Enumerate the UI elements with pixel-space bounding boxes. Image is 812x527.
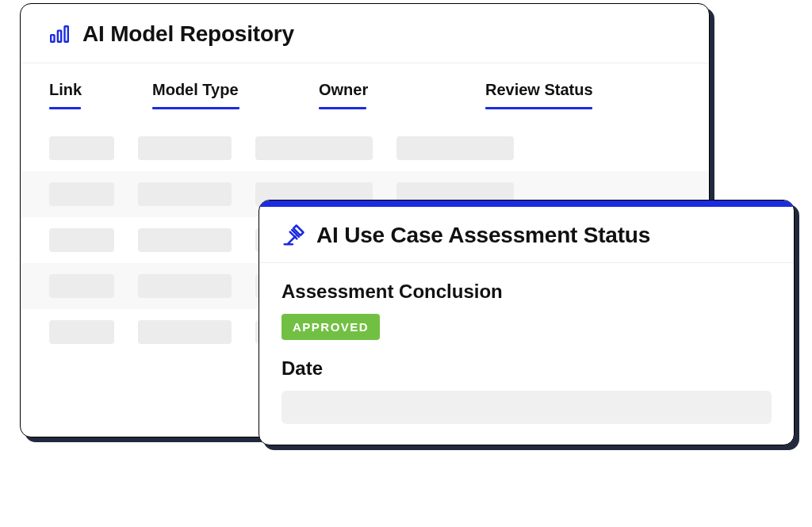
cell-review-status-placeholder: [396, 136, 514, 160]
assessment-conclusion-label: Assessment Conclusion: [282, 281, 772, 303]
assessment-body: Assessment Conclusion APPROVED Date: [259, 263, 794, 445]
bar-chart-icon: [49, 24, 70, 44]
assessment-status-card: AI Use Case Assessment Status Assessment…: [259, 200, 795, 445]
assessment-title: AI Use Case Assessment Status: [316, 223, 650, 248]
repository-title: AI Model Repository: [82, 21, 294, 47]
col-owner-label: Owner: [319, 81, 462, 107]
col-underline: [319, 107, 366, 109]
assessment-date-label: Date: [282, 357, 772, 380]
cell-model-type-placeholder: [138, 136, 232, 160]
gavel-icon: [282, 223, 305, 247]
cell-model-type-placeholder: [138, 274, 232, 298]
col-review-status[interactable]: Review Status: [485, 81, 652, 109]
svg-rect-1: [58, 31, 61, 42]
cell-link-placeholder: [49, 320, 114, 344]
cell-model-type-placeholder: [138, 182, 232, 206]
svg-rect-0: [51, 35, 54, 42]
cell-model-type-placeholder: [138, 228, 232, 252]
assessment-date-field[interactable]: [282, 391, 772, 424]
cell-link-placeholder: [49, 136, 114, 160]
col-link[interactable]: Link: [49, 81, 128, 109]
cell-owner-placeholder: [255, 136, 373, 160]
repository-header: AI Model Repository: [21, 4, 709, 63]
assessment-header: AI Use Case Assessment Status: [259, 207, 794, 263]
svg-rect-2: [65, 26, 68, 42]
cell-link-placeholder: [49, 274, 114, 298]
col-underline: [485, 107, 592, 109]
col-underline: [152, 107, 239, 109]
cell-link-placeholder: [49, 182, 114, 206]
col-owner[interactable]: Owner: [319, 81, 462, 109]
col-link-label: Link: [49, 81, 128, 107]
col-underline: [49, 107, 81, 109]
table-row[interactable]: [21, 125, 709, 171]
col-model-type[interactable]: Model Type: [152, 81, 295, 109]
cell-link-placeholder: [49, 228, 114, 252]
cell-model-type-placeholder: [138, 320, 232, 344]
accent-topbar: [259, 200, 794, 207]
status-badge-approved: APPROVED: [282, 314, 380, 340]
repository-columns: Link Model Type Owner Review Status: [21, 63, 709, 114]
col-review-status-label: Review Status: [485, 81, 652, 107]
col-model-type-label: Model Type: [152, 81, 295, 107]
